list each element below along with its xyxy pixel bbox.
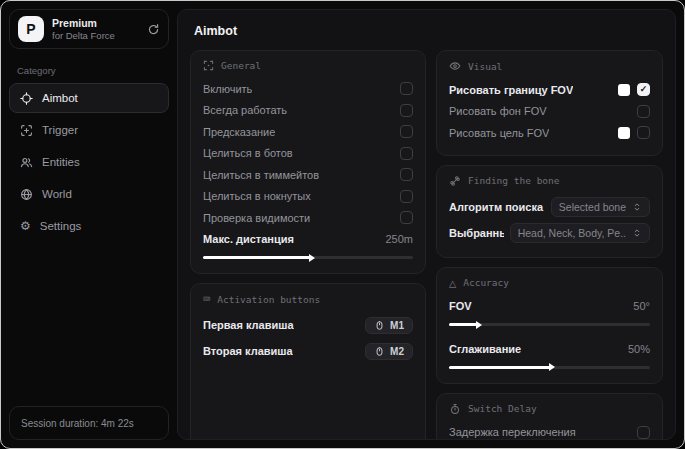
setting-label: Проверка видимости [203,212,310,224]
checkbox-draw-fov-background[interactable] [637,105,650,118]
setting-row: Первая клавиша M1 [203,312,413,338]
refresh-icon[interactable] [147,23,160,36]
setting-row: Включить [203,78,413,100]
setting-row: Рисовать границу FOV [449,79,650,101]
selected-bones-select[interactable]: Head, Neck, Body, Pe.. [510,223,650,243]
setting-row: Всегда работать [203,100,413,122]
entities-icon [20,156,33,169]
sidebar-item-aimbot[interactable]: Aimbot [9,83,169,113]
setting-label: Вторая клавиша [203,345,293,357]
slider-value: 250m [385,233,413,245]
fov-slider[interactable] [449,320,650,329]
sidebar-item-label: Trigger [42,124,78,136]
setting-row: Целиться в тиммейтов [203,164,413,186]
setting-label: Макс. дистанция [203,233,294,245]
keybind-primary-button[interactable]: M1 [365,317,413,334]
setting-label: Целиться в тиммейтов [203,169,319,181]
card-title: General [221,60,261,71]
checkbox-visibility-check[interactable] [400,211,413,224]
main-panel: Aimbot General Включить [177,9,676,440]
unfold-icon [632,202,642,212]
setting-row: Целиться в нокнутых [203,186,413,208]
setting-row: FOV 50° [449,296,650,318]
checkbox-target-bots[interactable] [400,147,413,160]
mouse-icon [374,320,385,331]
setting-label: Алгоритм поиска костей [449,201,545,213]
page-title: Aimbot [194,24,663,38]
gear-icon: ⚙ [20,220,31,232]
sidebar-item-label: Aimbot [42,92,78,104]
crosshair-icon [20,92,33,105]
setting-label: FOV [449,300,472,312]
app-title: Premium [52,17,139,30]
category-label: Category [17,65,161,76]
setting-label: Рисовать цель FOV [449,127,549,139]
setting-label: Первая клавиша [203,319,294,331]
card-visual: Visual Рисовать границу FOV Рисовать фон… [436,50,663,156]
slider-value: 50% [628,343,650,355]
setting-label: Рисовать границу FOV [449,84,573,96]
slider-value: 50° [633,300,650,312]
card-switch-delay: Switch Delay Задержка переключения Задер… [436,393,663,441]
setting-row: Макс. дистанция 250m [203,229,413,251]
checkbox-target-teammates[interactable] [400,168,413,181]
checkbox-draw-fov-border[interactable] [637,83,650,96]
card-activation-buttons: ⌨ Activation buttons Первая клавиша M1 [190,283,426,440]
setting-row: Проверка видимости [203,207,413,229]
setting-row: Целиться в ботов [203,143,413,165]
bone-algorithm-select[interactable]: Selected bone [551,197,650,217]
setting-label: Включить [203,83,252,95]
mouse-icon [374,346,385,357]
checkbox-enable[interactable] [400,82,413,95]
app-logo: P [18,16,44,42]
setting-label: Всегда работать [203,104,287,116]
bone-icon [449,175,461,187]
eye-icon [449,60,461,72]
setting-row: Сглаживание 50% [449,338,650,360]
keybind-secondary-button[interactable]: M2 [365,343,413,360]
card-title: Visual [468,61,502,72]
checkbox-target-knocked[interactable] [400,190,413,203]
card-accuracy: △ Accuracy FOV 50° Сглаживание 50% [436,267,663,384]
setting-label: Задержка переключения [449,426,576,438]
sidebar-item-label: Settings [40,220,82,232]
checkbox-draw-fov-target[interactable] [637,126,650,139]
sidebar-item-label: World [42,188,72,200]
checkbox-switch-delay[interactable] [637,426,650,439]
app-subtitle: for Delta Force [52,30,139,41]
checkbox-always-work[interactable] [400,104,413,117]
fov-border-color-swatch[interactable] [618,84,630,96]
sidebar-item-world[interactable]: World [9,179,169,209]
app-window: P Premium for Delta Force Category Aimbo… [0,0,685,449]
smoothing-slider[interactable] [449,363,650,372]
selected-value: Selected bone [559,201,626,213]
setting-row: Рисовать фон FOV [449,101,650,123]
sidebar-nav: Aimbot Trigger Entities [9,83,169,241]
trigger-icon [20,124,33,137]
checkbox-prediction[interactable] [400,125,413,138]
fov-target-color-swatch[interactable] [618,127,630,139]
sidebar: P Premium for Delta Force Category Aimbo… [1,1,177,448]
sidebar-item-trigger[interactable]: Trigger [9,115,169,145]
sidebar-item-settings[interactable]: ⚙ Settings [9,211,169,241]
focus-icon [203,60,214,71]
triangle-icon: △ [449,277,456,289]
card-title: Activation buttons [217,294,320,305]
card-general: General Включить Всегда работать Предска… [190,50,426,274]
card-title: Finding the bone [468,175,560,186]
session-duration: Session duration: 4m 22s [9,406,169,440]
globe-icon [20,188,33,201]
keybind-label: M2 [390,346,404,357]
keybind-label: M1 [390,320,404,331]
setting-label: Целиться в ботов [203,147,293,159]
setting-label: Предсказание [203,126,275,138]
setting-label: Целиться в нокнутых [203,190,311,202]
max-distance-slider[interactable] [203,253,413,262]
card-finding-bone: Finding the bone Алгоритм поиска костей … [436,165,663,258]
sidebar-item-label: Entities [42,156,80,168]
setting-row: Выбранные кости Head, Neck, Body, Pe.. [449,220,650,246]
setting-label: Выбранные кости [449,227,504,239]
selected-value: Head, Neck, Body, Pe.. [518,227,626,239]
sidebar-item-entities[interactable]: Entities [9,147,169,177]
card-title: Switch Delay [468,403,537,414]
